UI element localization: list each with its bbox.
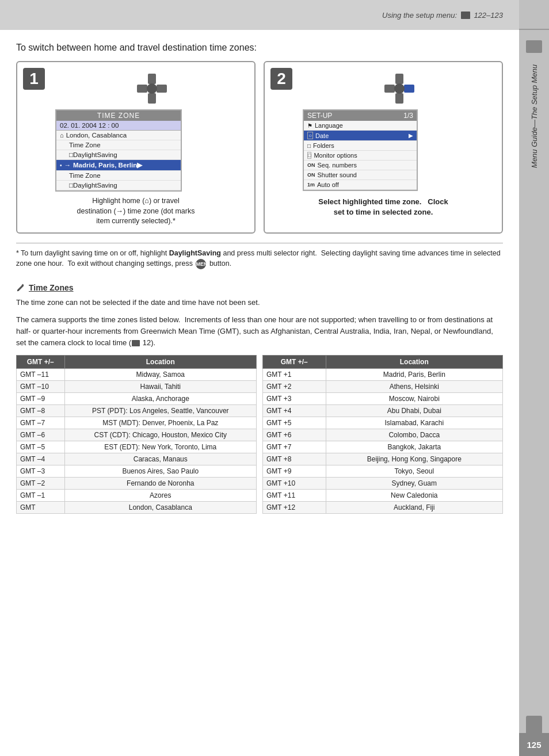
location-cell: Beijing, Hong Kong, Singapore	[326, 453, 502, 465]
location-cell: Athens, Helsinki	[326, 380, 502, 392]
table-row: GMT –10Hawaii, Tahiti	[17, 380, 257, 392]
setup-row-autooff: 1m Auto off	[304, 180, 417, 190]
table-row: GMT +1Madrid, Paris, Berlin	[263, 368, 503, 380]
top-bar-pages: 122–123	[472, 11, 503, 20]
tz-row-0: ⌂ London, Casablanca	[56, 131, 181, 140]
gmt-cell: GMT +8	[263, 453, 326, 465]
intro-text: To switch between home and travel destin…	[16, 30, 503, 61]
location-cell: Moscow, Nairobi	[326, 392, 502, 404]
table-row: GMT +3Moscow, Nairobi	[263, 392, 503, 404]
location-cell: Abu Dhabi, Dubai	[326, 404, 502, 417]
gmt-cell: GMT +3	[263, 392, 326, 404]
gmt-cell: GMT +4	[263, 404, 326, 417]
left-table-location-header: Location	[64, 355, 256, 368]
gmt-cell: GMT +7	[263, 441, 326, 453]
step1-tz-menu: TIME ZONE 02. 01. 2004 12 : 00 ⌂ London,…	[55, 109, 182, 192]
gmt-cell: GMT –7	[17, 417, 65, 429]
step2-caption: Select highlighted time zone. Clock set …	[270, 197, 496, 217]
gmt-cell: GMT –6	[17, 429, 65, 441]
location-cell: Fernando de Noronha	[64, 477, 256, 489]
tz-menu-title: TIME ZONE	[56, 110, 181, 121]
table-row: GMT –2Fernando de Noronha	[17, 477, 257, 489]
gmt-cell: GMT +2	[263, 380, 326, 392]
table-row: GMT +7Bangkok, Jakarta	[263, 441, 503, 453]
gmt-cell: GMT +10	[263, 477, 326, 489]
tz-row-4: Time Zone	[56, 171, 181, 181]
location-cell: Sydney, Guam	[326, 477, 502, 489]
footnote-text: * To turn daylight saving time on or off…	[16, 249, 501, 268]
tz-row-3: • → Madrid, Paris, Berlin▶	[56, 160, 181, 171]
location-cell: Alaska, Anchorage	[64, 392, 256, 404]
tz-row-5: □DaylightSaving	[56, 181, 181, 190]
gmt-cell: GMT –2	[17, 477, 65, 489]
tz-left-table: GMT +/– Location GMT –11Midway, SamoaGMT…	[16, 355, 257, 514]
table-row: GMT –5EST (EDT): New York, Toronto, Lima	[17, 441, 257, 453]
top-bar: Using the setup menu: 122–123	[0, 0, 549, 30]
gmt-cell: GMT –10	[17, 380, 65, 392]
table-row: GMT +4Abu Dhabi, Dubai	[263, 404, 503, 417]
gmt-cell: GMT +1	[263, 368, 326, 380]
setup-ref-icon	[132, 340, 140, 346]
page-number: 125	[519, 733, 549, 756]
step2-box: 2 SET-UP	[264, 61, 503, 234]
gmt-cell: GMT –1	[17, 489, 65, 501]
location-cell: Auckland, Fiji	[326, 501, 502, 513]
left-table-body: GMT –11Midway, SamoaGMT –10Hawaii, Tahit…	[17, 368, 257, 513]
tz-right-table: GMT +/– Location GMT +1Madrid, Paris, Be…	[262, 355, 503, 514]
gmt-cell: GMT –5	[17, 441, 65, 453]
location-cell: Hawaii, Tahiti	[64, 380, 256, 392]
timezones-heading: Time Zones	[16, 283, 503, 292]
right-table-body: GMT +1Madrid, Paris, BerlinGMT +2Athens,…	[263, 368, 503, 513]
table-row: GMT –9Alaska, Anchorage	[17, 392, 257, 404]
sidebar-menu-icon	[526, 40, 542, 53]
location-cell: Caracas, Manaus	[64, 453, 256, 465]
table-row: GMT +12Auckland, Fiji	[263, 501, 503, 513]
footnote-section: * To turn daylight saving time on or off…	[16, 243, 503, 270]
gmt-cell: GMT +9	[263, 465, 326, 477]
step1-dpad	[55, 72, 249, 105]
gmt-cell: GMT –11	[17, 368, 65, 380]
sidebar-top-block	[519, 0, 549, 30]
steps-row: 1 TIME ZONE	[16, 61, 503, 234]
tz-tables-row: GMT +/– Location GMT –11Midway, SamoaGMT…	[16, 355, 503, 514]
gmt-cell: GMT –4	[17, 453, 65, 465]
footnote-text2: button.	[209, 259, 231, 268]
table-row: GMT +2Athens, Helsinki	[263, 380, 503, 392]
tz-menu-date: 02. 01. 2004 12 : 00	[56, 121, 181, 131]
location-cell: Bangkok, Jakarta	[326, 441, 502, 453]
gmt-cell: GMT –8	[17, 404, 65, 417]
table-row: GMTLondon, Casablanca	[17, 501, 257, 513]
setup-menu-title: SET-UP 1/3	[304, 110, 417, 121]
table-row: GMT +6Colombo, Dacca	[263, 429, 503, 441]
left-table-gmt-header: GMT +/–	[17, 355, 65, 368]
table-row: GMT –1Azores	[17, 489, 257, 501]
top-bar-text: Using the setup menu:	[382, 11, 459, 20]
right-table-gmt-header: GMT +/–	[263, 355, 326, 368]
gmt-cell: GMT	[17, 501, 65, 513]
setup-row-seq: ON Seq. numbers	[304, 161, 417, 170]
right-sidebar: Menu Guide—The Setup Menu	[519, 0, 549, 756]
sidebar-label: Menu Guide—The Setup Menu	[530, 64, 539, 168]
location-cell: Colombo, Dacca	[326, 429, 502, 441]
location-cell: Midway, Samoa	[64, 368, 256, 380]
step1-caption: Highlight home (⌂) or travel destination…	[23, 196, 249, 227]
tz-heading-text: Time Zones	[29, 283, 74, 292]
setup-icon	[461, 12, 470, 19]
step2-number: 2	[270, 68, 292, 90]
step1-box: 1 TIME ZONE	[16, 61, 256, 234]
setup-row-shutter: ON Shutter sound	[304, 170, 417, 180]
location-cell: Islamabad, Karachi	[326, 417, 502, 429]
location-cell: Buenos Aires, Sao Paulo	[64, 465, 256, 477]
location-cell: London, Casablanca	[64, 501, 256, 513]
table-row: GMT +9Tokyo, Seoul	[263, 465, 503, 477]
step1-number: 1	[23, 68, 45, 90]
gmt-cell: GMT +5	[263, 417, 326, 429]
location-cell: Azores	[64, 489, 256, 501]
right-table-location-header: Location	[326, 355, 502, 368]
step2-setup-menu: SET-UP 1/3 ⚑ Language ○ Date ▶	[303, 109, 418, 191]
table-row: GMT –3Buenos Aires, Sao Paulo	[17, 465, 257, 477]
location-cell: MST (MDT): Denver, Phoenix, La Paz	[64, 417, 256, 429]
menu-button: MENU	[196, 259, 206, 269]
table-row: GMT –8PST (PDT): Los Angeles, Seattle, V…	[17, 404, 257, 417]
step2-dpad	[303, 72, 496, 105]
